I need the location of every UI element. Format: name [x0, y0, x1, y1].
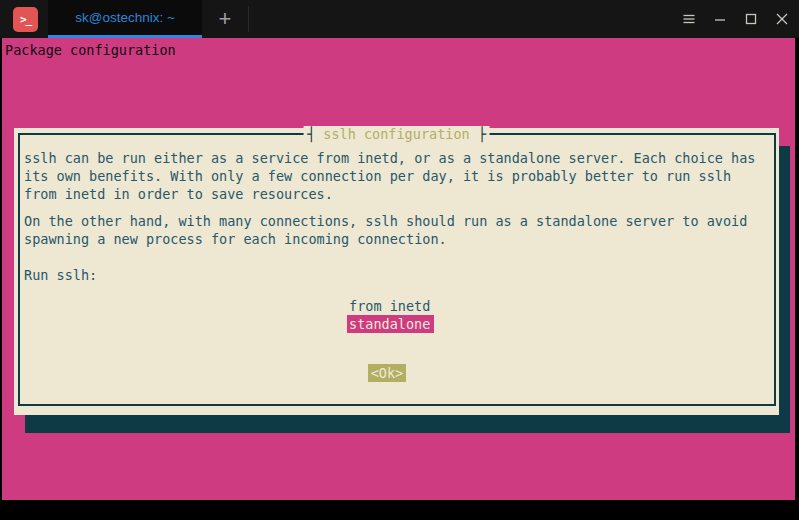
dialog-text-line: sslh can be run either as a service from… [24, 149, 756, 167]
tab-divider [248, 6, 249, 32]
terminal-screen: Package configuration ┤ sslh configurati… [2, 38, 795, 500]
plus-icon: + [219, 6, 232, 32]
dialog-text-line: from inetd in order to save resources. [24, 185, 333, 203]
dialog-text-line: On the other hand, with many connections… [24, 212, 747, 230]
border-tee-left: ┤ [307, 126, 315, 142]
terminal-prompt-glyph: >_ [20, 13, 31, 26]
terminal-app-icon: >_ [13, 7, 38, 32]
tab-active-terminal[interactable]: sk@ostechnix: ~ [48, 0, 202, 38]
new-tab-button[interactable]: + [202, 0, 248, 38]
option-from-inetd[interactable]: from inetd [349, 297, 430, 315]
close-button[interactable] [766, 0, 797, 38]
sslh-configuration-dialog: ┤ sslh configuration ├ sslh can be run e… [14, 128, 779, 415]
package-configuration-label: Package configuration [5, 41, 176, 59]
minimize-button[interactable] [704, 0, 735, 38]
tab-title: sk@ostechnix: ~ [75, 10, 175, 25]
border-tee-right: ├ [478, 126, 486, 142]
dialog-text-line: its own benefits. With only a few connec… [24, 167, 731, 185]
dialog-title: ┤ sslh configuration ├ [303, 126, 490, 143]
menu-icon [681, 12, 697, 26]
ok-button[interactable]: <Ok> [368, 364, 406, 382]
dialog-text-line: spawning a new process for each incoming… [24, 230, 447, 248]
run-sslh-prompt: Run sslh: [24, 266, 97, 284]
window-controls [673, 0, 797, 38]
maximize-button[interactable] [735, 0, 766, 38]
titlebar: >_ sk@ostechnix: ~ + [0, 0, 799, 38]
menu-button[interactable] [673, 0, 704, 38]
option-standalone-selected[interactable]: standalone [347, 315, 434, 333]
close-icon [774, 12, 790, 26]
minimize-icon [712, 12, 728, 26]
dialog-title-text: sslh configuration [315, 126, 478, 142]
maximize-icon [743, 12, 759, 26]
